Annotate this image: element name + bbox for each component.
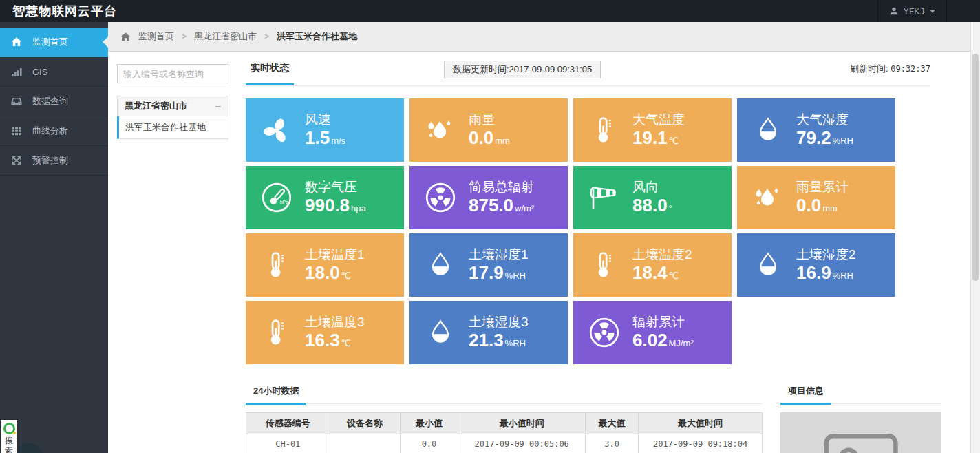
sensor-card[interactable]: 风速1.5m/s xyxy=(246,98,404,162)
fan-icon xyxy=(257,114,297,146)
breadcrumb-item[interactable]: 洪军玉米合作社基地 xyxy=(277,30,357,43)
thermometer-icon xyxy=(584,114,624,146)
breadcrumb: 监测首页>黑龙江省密山市>洪军玉米合作社基地 xyxy=(108,22,970,52)
humidity-drop-icon xyxy=(420,317,460,348)
breadcrumb-item[interactable]: 黑龙江省密山市 xyxy=(194,30,257,43)
sensor-card-unit: %RH xyxy=(833,271,853,281)
sensor-card[interactable]: 土壤湿度117.9%RH xyxy=(409,233,568,297)
sensor-card-name: 雨量 xyxy=(469,112,510,129)
home-icon xyxy=(11,36,22,48)
sensor-card-value: 875.0 xyxy=(469,195,513,215)
sensor-card-text: 辐射累计6.02MJ/m² xyxy=(632,314,694,352)
sidebar-item-alarm-control[interactable]: 预警控制 xyxy=(0,146,108,176)
table-cell: 3.0 xyxy=(586,434,639,453)
table-header-cell: 最小值 xyxy=(400,413,458,434)
thermometer-icon xyxy=(257,249,297,281)
sensor-card-unit: MJ/m² xyxy=(669,338,694,348)
search-input[interactable] xyxy=(117,64,228,83)
sensor-card-value-row: 79.2%RH xyxy=(796,128,853,149)
broken-image-icon xyxy=(822,432,899,453)
humidity-drop-icon xyxy=(748,249,788,281)
table-cell: 0.0 xyxy=(400,434,458,453)
tab-24h-data[interactable]: 24小时数据 xyxy=(246,385,306,405)
sensor-card[interactable]: 土壤温度316.3℃ xyxy=(246,301,404,364)
sensor-card-unit: ℃ xyxy=(341,271,352,281)
signal-icon xyxy=(11,66,22,77)
sensor-card-value: 79.2 xyxy=(796,127,831,148)
sensor-card-name: 土壤温度3 xyxy=(305,314,365,331)
sidebar-item-label: 监测首页 xyxy=(32,36,68,48)
sensor-card[interactable]: 风向88.0° xyxy=(573,166,732,229)
hour-data-tab-row: 24小时数据 xyxy=(246,379,763,404)
breadcrumb-item[interactable]: 监测首页 xyxy=(138,30,174,43)
tree-group-label: 黑龙江省密山市 xyxy=(125,100,187,112)
app-title: 智慧物联网云平台 xyxy=(12,0,117,22)
search-widget[interactable]: 搜索 xyxy=(1,420,17,453)
tab-project-info[interactable]: 项目信息 xyxy=(780,385,831,405)
sensor-card[interactable]: 辐射累计6.02MJ/m² xyxy=(573,301,732,364)
tree-item-device[interactable]: 洪军玉米合作社基地 xyxy=(117,116,228,139)
sensor-card-name: 大气湿度 xyxy=(796,112,853,129)
humidity-drop-icon xyxy=(420,249,460,281)
sensor-card-value: 990.8 xyxy=(305,195,350,215)
sensor-card-value-row: 1.5m/s xyxy=(305,128,345,149)
svg-text:hPa: hPa xyxy=(280,200,288,204)
sidebar-item-gis[interactable]: GIS xyxy=(0,57,108,87)
sensor-card-text: 风速1.5m/s xyxy=(305,112,345,149)
sensor-card-unit: %RH xyxy=(833,136,853,146)
sensor-card-name: 土壤湿度1 xyxy=(469,246,529,264)
sidebar-item-curve-analysis[interactable]: 曲线分析 xyxy=(0,116,108,146)
top-bar: 智慧物联网云平台 YFKJ xyxy=(0,0,980,22)
hour-data-table: 传感器编号设备名称最小值最小值时间最大值最大值时间CH-010.02017-09… xyxy=(246,412,763,453)
table-cell xyxy=(330,434,400,453)
tree-group-header[interactable]: 黑龙江省密山市 − xyxy=(117,96,228,116)
home-icon xyxy=(120,32,131,42)
sensor-card[interactable]: hPa数字气压990.8hpa xyxy=(246,166,404,229)
data-update-time: 数据更新时间:2017-09-09 09:31:05 xyxy=(444,61,601,78)
sensor-card[interactable]: 土壤温度118.0℃ xyxy=(246,233,404,297)
sensor-card-name: 数字气压 xyxy=(305,179,366,196)
sensor-card[interactable]: 雨量累计0.0mm xyxy=(737,166,895,229)
project-info-panel: 项目信息 xyxy=(780,379,941,453)
table-row: CH-010.02017-09-09 00:05:063.02017-09-09… xyxy=(246,434,763,453)
sensor-card-value: 16.3 xyxy=(305,330,340,350)
pressure-icon: hPa xyxy=(257,180,297,215)
sensor-card-name: 土壤温度1 xyxy=(305,246,365,264)
sensor-card[interactable]: 雨量0.0mm xyxy=(409,98,568,162)
sensor-card-value: 17.9 xyxy=(469,262,504,283)
sensor-card[interactable]: 简易总辐射875.0w/m² xyxy=(409,166,568,229)
sidebar-item-label: GIS xyxy=(32,67,47,77)
tab-realtime-status[interactable]: 实时状态 xyxy=(246,52,294,85)
sensor-card-name: 风速 xyxy=(305,112,345,129)
sidebar-item-data-query[interactable]: 数据查询 xyxy=(0,87,108,116)
table-cell: 2017-09-09 00:05:06 xyxy=(458,434,586,453)
table-header-cell: 设备名称 xyxy=(330,413,400,434)
sensor-card-unit: w/m² xyxy=(515,203,534,213)
sensor-card-value-row: 18.4℃ xyxy=(632,263,692,284)
sensor-card[interactable]: 土壤湿度216.9%RH xyxy=(737,233,895,297)
sensor-card[interactable]: 土壤湿度321.3%RH xyxy=(409,301,568,364)
sensor-card-value-row: 17.9%RH xyxy=(469,263,529,284)
sensor-card-value-row: 990.8hpa xyxy=(305,196,366,216)
sensor-card-text: 土壤温度218.4℃ xyxy=(632,246,692,284)
sensor-card-value-row: 875.0w/m² xyxy=(469,196,534,216)
chevron-down-icon xyxy=(930,10,935,13)
sensor-card-value-row: 6.02MJ/m² xyxy=(632,330,694,351)
sensor-card[interactable]: 大气湿度79.2%RH xyxy=(737,98,895,162)
breadcrumb-separator: > xyxy=(264,32,269,41)
user-menu[interactable]: YFKJ xyxy=(877,0,947,22)
sensor-card[interactable]: 大气温度19.1℃ xyxy=(573,98,732,162)
table-header-cell: 最大值 xyxy=(586,413,639,434)
sidebar-item-monitor-home[interactable]: 监测首页 xyxy=(0,28,108,57)
sensor-card-value: 0.0 xyxy=(796,195,821,215)
sensor-card-unit: mm xyxy=(495,136,510,146)
arrows-icon xyxy=(11,155,22,166)
sensor-card[interactable]: 土壤温度218.4℃ xyxy=(573,233,732,297)
scrollbar-thumb[interactable] xyxy=(972,54,979,281)
refresh-time: 刷新时间: 09:32:37 xyxy=(850,63,930,75)
sensor-card-value-row: 0.0mm xyxy=(796,196,849,216)
sensor-card-unit: ℃ xyxy=(341,338,352,348)
refresh-time-value: 09:32:37 xyxy=(891,64,930,74)
vertical-scrollbar[interactable] xyxy=(970,22,980,453)
breadcrumb-separator: > xyxy=(182,32,187,41)
